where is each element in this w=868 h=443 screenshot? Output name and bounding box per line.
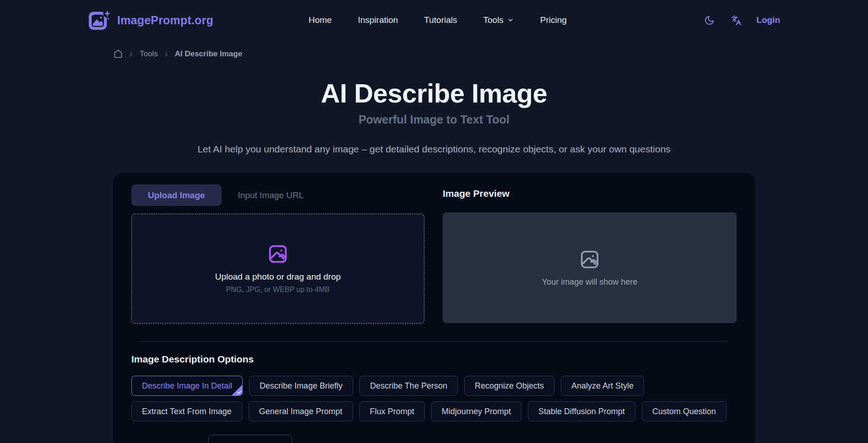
upload-tabs: Upload Image Input Image URL xyxy=(131,184,424,206)
page-title: AI Describe Image xyxy=(0,78,868,108)
option-stable-diffusion-prompt[interactable]: Stable Diffusion Prompt xyxy=(528,401,635,421)
nav-tools-label: Tools xyxy=(483,15,504,25)
options-row-1: Describe Image In Detail Describe Image … xyxy=(131,376,737,396)
theme-toggle-button[interactable] xyxy=(702,13,716,27)
page-subtitle: Powerful Image to Text Tool xyxy=(0,113,868,126)
chevron-down-icon xyxy=(507,16,514,24)
option-describe-image-briefly[interactable]: Describe Image Briefly xyxy=(249,376,353,396)
chevron-right-icon xyxy=(163,51,170,58)
nav-inspiration[interactable]: Inspiration xyxy=(358,15,398,25)
page-description: Let AI help you understand any image – g… xyxy=(0,144,868,155)
nav-pricing[interactable]: Pricing xyxy=(540,15,567,25)
options-row-2: Extract Text From Image General Image Pr… xyxy=(131,401,737,421)
nav-tools[interactable]: Tools xyxy=(483,15,514,25)
options-title: Image Description Options xyxy=(131,354,737,365)
moon-icon xyxy=(704,15,715,26)
preview-placeholder: Your image will show here xyxy=(542,277,637,287)
option-describe-image-in-detail[interactable]: Describe Image In Detail xyxy=(131,376,243,396)
tool-card: Upload Image Input Image URL Upload a ph… xyxy=(113,173,755,443)
logo[interactable]: ImagePrompt.org xyxy=(88,9,213,32)
image-placeholder-icon xyxy=(579,249,600,270)
nav-home[interactable]: Home xyxy=(309,15,332,25)
image-upload-icon xyxy=(267,243,288,265)
preview-title: Image Preview xyxy=(443,188,737,199)
dropzone-hint: PNG, JPG, or WEBP up to 4MB xyxy=(226,286,330,294)
tab-input-image-url[interactable]: Input Image URL xyxy=(222,184,320,206)
breadcrumb-tools[interactable]: Tools xyxy=(140,49,158,59)
translate-icon xyxy=(731,15,742,26)
option-custom-question[interactable]: Custom Question xyxy=(642,401,727,421)
option-label: Describe Image In Detail xyxy=(142,381,232,390)
option-analyze-art-style[interactable]: Analyze Art Style xyxy=(561,376,644,396)
preview-section: Image Preview Your image will show here xyxy=(443,184,737,324)
divider xyxy=(140,341,728,341)
header-actions: Login xyxy=(702,13,780,27)
breadcrumb-home[interactable] xyxy=(114,49,123,59)
upload-dropzone[interactable]: Upload a photo or drag and drop PNG, JPG… xyxy=(131,214,424,324)
image-preview-panel: Your image will show here xyxy=(443,212,737,323)
option-general-image-prompt[interactable]: General Image Prompt xyxy=(249,401,353,421)
brand-name: ImagePrompt.org xyxy=(117,14,213,27)
option-midjourney-prompt[interactable]: Midjourney Prompt xyxy=(431,401,521,421)
nav-tutorials[interactable]: Tutorials xyxy=(424,15,457,25)
dropzone-title: Upload a photo or drag and drop xyxy=(215,272,341,282)
hero: AI Describe Image Powerful Image to Text… xyxy=(0,78,868,155)
option-flux-prompt[interactable]: Flux Prompt xyxy=(359,401,425,421)
login-link[interactable]: Login xyxy=(756,15,780,25)
option-recognize-objects[interactable]: Recognize Objects xyxy=(464,376,554,396)
tab-upload-image[interactable]: Upload Image xyxy=(131,184,222,206)
chevron-right-icon xyxy=(128,51,135,58)
partial-button[interactable] xyxy=(208,435,292,443)
home-icon xyxy=(114,49,123,59)
breadcrumb-current: AI Describe Image xyxy=(175,49,242,59)
selected-check-badge xyxy=(231,384,243,396)
upload-section: Upload Image Input Image URL Upload a ph… xyxy=(131,184,424,324)
language-button[interactable] xyxy=(729,13,743,27)
image-sparkle-icon xyxy=(88,9,111,32)
main-nav: Home Inspiration Tutorials Tools Pricing xyxy=(309,15,567,25)
option-describe-the-person[interactable]: Describe The Person xyxy=(359,376,458,396)
breadcrumb: Tools AI Describe Image xyxy=(114,40,754,59)
option-extract-text-from-image[interactable]: Extract Text From Image xyxy=(131,401,242,421)
header: ImagePrompt.org Home Inspiration Tutoria… xyxy=(0,0,868,40)
